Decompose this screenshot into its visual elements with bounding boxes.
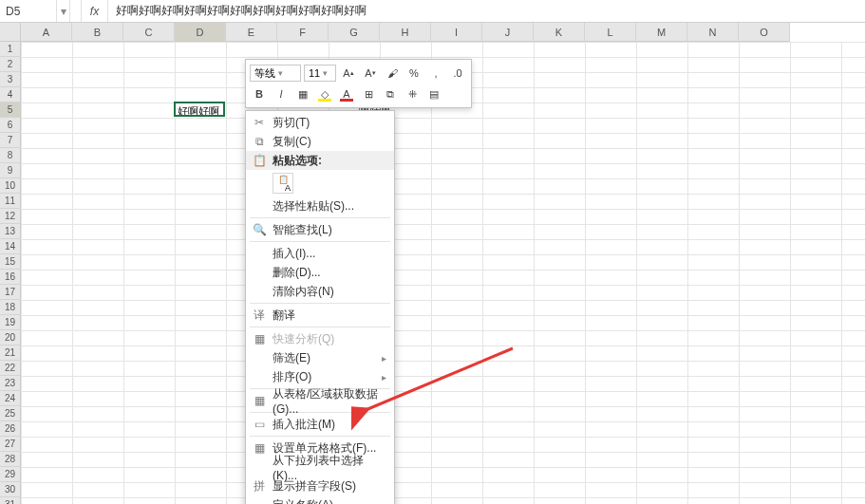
ctx-item-23[interactable]: 从下拉列表中选择(K)... [246, 457, 394, 476]
ctx-item-18[interactable]: ▦从表格/区域获取数据(G)... [246, 391, 394, 410]
ctx-item-1[interactable]: ⧉复制(C) [246, 132, 394, 151]
fill-color-button[interactable]: ◇ [315, 85, 334, 103]
ctx-label: 翻译 [273, 308, 295, 324]
paste-options-row: 📋A [246, 170, 394, 196]
ctx-item-14: ▦快速分析(Q) [246, 329, 394, 348]
row-header-18[interactable]: 18 [0, 300, 21, 315]
ctx-item-0[interactable]: ✂剪切(T) [246, 113, 394, 132]
name-box-dropdown-icon[interactable]: ▾ [57, 0, 70, 22]
column-header-J[interactable]: J [482, 23, 534, 42]
row-header-26[interactable]: 26 [0, 421, 21, 437]
column-header-M[interactable]: M [636, 23, 687, 42]
ctx-item-6[interactable]: 🔍智能查找(L) [246, 220, 394, 239]
ctx-icon: ▦ [252, 440, 267, 456]
ctx-item-20[interactable]: ▭插入批注(M) [246, 415, 394, 434]
formula-input[interactable]: 好啊好啊好啊好啊好啊好啊好啊好啊好啊好啊好啊 [108, 3, 865, 19]
ctx-item-10[interactable]: 清除内容(N) [246, 282, 394, 301]
row-header-23[interactable]: 23 [0, 376, 21, 391]
row-header-16[interactable]: 16 [0, 270, 21, 285]
column-header-K[interactable]: K [534, 23, 585, 42]
ctx-item-4[interactable]: 选择性粘贴(S)... [246, 196, 394, 215]
row-header-19[interactable]: 19 [0, 315, 21, 330]
row-header-2[interactable]: 2 [0, 57, 21, 72]
column-header-C[interactable]: C [123, 23, 175, 42]
column-header-L[interactable]: L [585, 23, 636, 42]
row-header-15[interactable]: 15 [0, 254, 21, 270]
column-header-D[interactable]: D [175, 23, 226, 42]
paste-icon[interactable]: 📋A [273, 173, 293, 194]
fx-icon[interactable]: fx [82, 0, 108, 22]
ctx-item-8[interactable]: 插入(I)... [246, 244, 394, 263]
active-cell[interactable]: 好啊好啊 [174, 102, 225, 117]
ctx-label: 插入(I)... [273, 246, 315, 262]
column-header-N[interactable]: N [687, 23, 739, 42]
ctx-item-16[interactable]: 排序(O)▸ [246, 367, 394, 386]
font-size-select[interactable]: 11▾ [304, 65, 336, 82]
column-header-F[interactable]: F [277, 23, 329, 42]
name-box[interactable]: D5 [0, 0, 57, 22]
font-name-select[interactable]: 等线▾ [250, 65, 301, 82]
decrease-font-icon[interactable]: A▾ [361, 65, 380, 82]
ctx-label: 剪切(T) [273, 115, 310, 131]
column-header-B[interactable]: B [72, 23, 123, 42]
decimal-format-icon[interactable]: .0 [448, 65, 467, 82]
row-header-3[interactable]: 3 [0, 72, 21, 87]
ctx-item-9[interactable]: 删除(D)... [246, 263, 394, 282]
column-header-H[interactable]: H [380, 23, 431, 42]
row-header-31[interactable]: 31 [0, 497, 21, 504]
ctx-label: 粘贴选项: [273, 153, 322, 169]
row-header-5[interactable]: 5 [0, 103, 21, 118]
column-header-G[interactable]: G [329, 23, 380, 42]
ctx-label: 筛选(E) [273, 350, 310, 366]
ctx-separator [250, 436, 390, 437]
row-header-12[interactable]: 12 [0, 209, 21, 224]
column-header-O[interactable]: O [739, 23, 790, 42]
row-header-9[interactable]: 9 [0, 163, 21, 178]
increase-font-icon[interactable]: A▴ [339, 65, 358, 82]
ctx-item-2[interactable]: 📋粘贴选项: [246, 151, 394, 170]
ctx-item-24[interactable]: 拼显示拼音字段(S) [246, 476, 394, 495]
row-header-8[interactable]: 8 [0, 148, 21, 163]
font-color-button[interactable]: A [337, 85, 356, 103]
ctx-item-25[interactable]: 定义名称(A)... [246, 495, 394, 504]
italic-button[interactable]: I [272, 85, 291, 103]
comma-format-icon[interactable]: , [426, 65, 445, 82]
ctx-item-12[interactable]: 译翻译 [246, 306, 394, 325]
row-header-22[interactable]: 22 [0, 361, 21, 376]
row-header-10[interactable]: 10 [0, 178, 21, 194]
column-header-E[interactable]: E [226, 23, 277, 42]
row-header-29[interactable]: 29 [0, 467, 21, 482]
cells-area[interactable]: 好啊好啊 啊好啊 [21, 42, 865, 504]
format-painter-icon[interactable]: 🖌 [383, 65, 402, 82]
row-header-14[interactable]: 14 [0, 239, 21, 254]
submenu-arrow-icon: ▸ [382, 372, 386, 383]
row-header-17[interactable]: 17 [0, 285, 21, 300]
column-header-A[interactable]: A [21, 23, 72, 42]
row-header-1[interactable]: 1 [0, 42, 21, 57]
conditional-format-icon[interactable]: ▤ [424, 85, 443, 103]
row-header-27[interactable]: 27 [0, 437, 21, 452]
row-header-24[interactable]: 24 [0, 391, 21, 406]
number-format-icon[interactable]: ⁜ [403, 85, 422, 103]
row-header-25[interactable]: 25 [0, 406, 21, 421]
row-header-13[interactable]: 13 [0, 224, 21, 239]
row-header-11[interactable]: 11 [0, 194, 21, 209]
merge-icon[interactable]: ⧉ [381, 85, 400, 103]
borders-icon[interactable]: ⊞ [359, 85, 378, 103]
row-header-6[interactable]: 6 [0, 118, 21, 133]
border-button[interactable]: ▦ [293, 85, 312, 103]
column-header-I[interactable]: I [431, 23, 482, 42]
ctx-icon: ▭ [252, 417, 267, 432]
row-header-28[interactable]: 28 [0, 452, 21, 467]
ctx-icon: ✂ [252, 115, 267, 130]
row-header-7[interactable]: 7 [0, 133, 21, 148]
row-header-30[interactable]: 30 [0, 482, 21, 497]
percent-format-icon[interactable]: % [404, 65, 423, 82]
row-header-4[interactable]: 4 [0, 87, 21, 103]
bold-button[interactable]: B [250, 85, 269, 103]
row-header-20[interactable]: 20 [0, 330, 21, 345]
select-all-corner[interactable] [0, 23, 21, 42]
row-header-21[interactable]: 21 [0, 345, 21, 361]
ctx-item-15[interactable]: 筛选(E)▸ [246, 348, 394, 367]
ctx-label: 智能查找(L) [273, 222, 332, 238]
